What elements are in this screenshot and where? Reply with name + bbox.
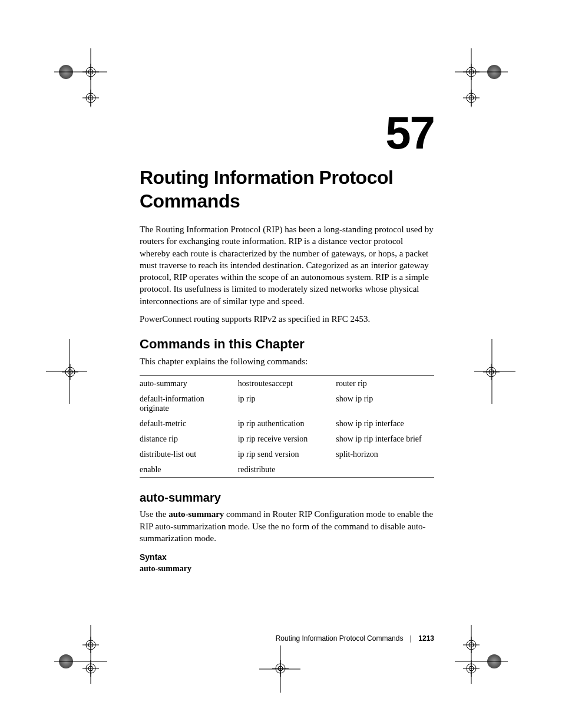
command-link[interactable]: distribute-list out: [140, 447, 238, 462]
command-link[interactable]: distance rip: [140, 431, 238, 447]
command-link[interactable]: auto-summary: [140, 376, 238, 392]
reg-ball-icon: [487, 654, 501, 668]
command-link[interactable]: default-metric: [140, 416, 238, 431]
svg-point-8: [86, 93, 95, 103]
reg-cross-icon: [474, 339, 515, 406]
svg-point-21: [489, 370, 494, 374]
auto-summary-body: Use the auto-summary command in Router R…: [140, 508, 434, 544]
svg-point-17: [68, 370, 72, 374]
command-link[interactable]: show ip rip interface: [336, 416, 434, 431]
svg-point-28: [467, 640, 476, 650]
command-link[interactable]: show ip rip interface brief: [336, 431, 434, 447]
svg-point-37: [469, 666, 474, 671]
footer-page-number: 1213: [418, 634, 434, 643]
reg-ball-icon: [59, 65, 73, 79]
syntax-command: auto-summary: [140, 564, 434, 574]
reg-target-icon: [82, 660, 99, 677]
footer-separator-icon: |: [410, 634, 412, 643]
section-heading-commands: Commands in this Chapter: [140, 337, 434, 352]
commands-table: auto-summary hostroutesaccept router rip…: [140, 375, 434, 478]
svg-point-40: [276, 664, 285, 673]
table-row: default-information originate ip rip sho…: [140, 391, 434, 416]
svg-point-25: [88, 643, 93, 647]
command-link[interactable]: router rip: [336, 376, 434, 392]
reg-cross-icon: [259, 645, 300, 695]
command-link[interactable]: ip rip: [238, 391, 336, 416]
section-commands-intro: This chapter explains the following comm…: [140, 355, 434, 367]
table-row: distance rip ip rip receive version show…: [140, 431, 434, 447]
svg-point-5: [469, 70, 474, 74]
svg-point-24: [86, 640, 95, 650]
reg-target-icon: [463, 660, 480, 677]
svg-point-16: [65, 367, 75, 377]
command-link[interactable]: ip rip authentication: [238, 416, 336, 431]
section-heading-auto-summary: auto-summary: [140, 491, 434, 505]
svg-point-41: [278, 666, 283, 671]
footer-title: Routing Information Protocol Commands: [276, 634, 404, 643]
table-row: auto-summary hostroutesaccept router rip: [140, 376, 434, 392]
reg-target-icon: [82, 90, 99, 106]
reg-cross-icon: [54, 625, 107, 686]
svg-point-29: [469, 643, 474, 647]
syntax-heading: Syntax: [140, 552, 434, 562]
svg-point-1: [88, 70, 93, 74]
reg-target-icon: [82, 64, 99, 80]
reg-target-icon: [483, 364, 500, 380]
svg-point-12: [467, 93, 476, 103]
command-link[interactable]: default-information originate: [140, 391, 238, 416]
command-link[interactable]: hostroutesaccept: [238, 376, 336, 392]
intro-paragraph-1: The Routing Information Protocol (RIP) h…: [140, 223, 434, 307]
svg-point-9: [88, 95, 93, 100]
svg-point-0: [86, 67, 95, 77]
reg-cross-icon: [455, 48, 508, 110]
command-link[interactable]: enable: [140, 462, 238, 478]
reg-cross-icon: [54, 48, 107, 110]
reg-ball-icon: [487, 65, 501, 79]
table-row: distribute-list out ip rip send version …: [140, 447, 434, 462]
table-row: enable redistribute: [140, 462, 434, 478]
reg-target-icon: [82, 637, 99, 653]
reg-target-icon: [463, 90, 480, 106]
command-link[interactable]: redistribute: [238, 462, 336, 478]
page-footer: Routing Information Protocol Commands | …: [140, 634, 434, 643]
command-link[interactable]: ip rip receive version: [238, 431, 336, 447]
reg-target-icon: [463, 637, 480, 653]
chapter-number: 57: [140, 106, 434, 160]
reg-cross-icon: [46, 339, 87, 406]
svg-point-4: [467, 67, 476, 77]
intro-paragraph-2: PowerConnect routing supports RIPv2 as s…: [140, 313, 434, 325]
svg-point-32: [86, 664, 95, 673]
command-link[interactable]: split-horizon: [336, 447, 434, 462]
page-title: Routing Information Protocol Commands: [140, 166, 434, 213]
reg-cross-icon: [455, 625, 508, 686]
svg-point-13: [469, 95, 474, 100]
command-link[interactable]: show ip rip: [336, 391, 434, 416]
svg-point-33: [88, 666, 93, 671]
reg-ball-icon: [59, 654, 73, 668]
reg-target-icon: [272, 660, 289, 677]
command-cell-empty: [336, 462, 434, 478]
table-row: default-metric ip rip authentication sho…: [140, 416, 434, 431]
svg-point-20: [487, 367, 496, 377]
reg-target-icon: [463, 64, 480, 80]
command-link[interactable]: ip rip send version: [238, 447, 336, 462]
svg-point-36: [467, 664, 476, 673]
reg-target-icon: [62, 364, 78, 380]
